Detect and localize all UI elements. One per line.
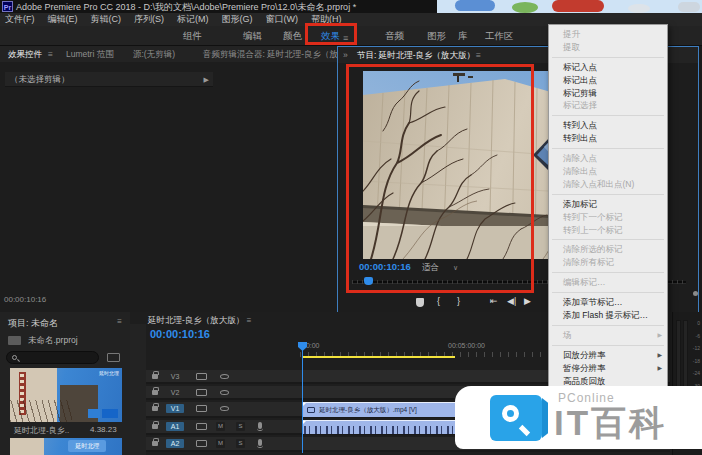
program-monitor-menu-icon[interactable]: ≡ <box>476 50 481 60</box>
lock-icon[interactable] <box>152 406 158 411</box>
menu-window[interactable]: 窗口(W) <box>266 13 299 26</box>
effect-controls-menu-icon[interactable]: ≡ <box>48 49 53 59</box>
context-menu-item[interactable]: 清除入点和出点(N) ▶ <box>549 178 667 191</box>
mute-button[interactable]: M <box>216 422 225 431</box>
project-file-name[interactable]: 未命名.prproj <box>28 335 78 347</box>
context-menu-item[interactable]: 添加 Flash 提示标记… ▶ <box>549 309 667 322</box>
solo-button[interactable]: S <box>236 422 245 431</box>
context-menu-item[interactable]: ▶ <box>549 322 667 329</box>
workspace-tab-audio[interactable]: 音频 <box>385 30 404 43</box>
menu-graphics[interactable]: 图形(G) <box>222 13 253 26</box>
source-track-icon[interactable] <box>196 373 207 380</box>
go-to-in-button[interactable]: ⇤ <box>490 296 498 306</box>
view-toggle-icon[interactable] <box>107 353 120 362</box>
add-marker-button[interactable] <box>416 298 424 307</box>
tab-audio-clip-mixer[interactable]: 音频剪辑混合器: 延时北理-良乡（放 <box>203 49 337 61</box>
timeline-timecode[interactable]: 00:00:10:16 <box>150 328 210 340</box>
eye-icon[interactable] <box>220 390 229 395</box>
context-menu-item[interactable]: ▶ <box>549 342 667 349</box>
context-menu-item[interactable]: ▶ <box>549 145 667 152</box>
desktop-icon <box>512 2 538 13</box>
menu-clip[interactable]: 剪辑(C) <box>91 13 122 26</box>
tab-program-monitor[interactable]: 节目: 延时北理-良乡（放大版） <box>357 50 475 63</box>
menu-sequence[interactable]: 序列(S) <box>134 13 164 26</box>
context-menu-item[interactable]: 添加章节标记… ▶ <box>549 296 667 309</box>
context-menu-item[interactable]: 转到出点 ▶ <box>549 132 667 145</box>
context-menu-item[interactable]: 清除出点 ▶ <box>549 165 667 178</box>
track-badge[interactable]: V2 <box>166 388 184 397</box>
context-menu-item[interactable]: 暂停分辨率 ▶ <box>549 362 667 375</box>
workspace-tab-libraries[interactable]: 库 <box>458 30 468 43</box>
project-search-input[interactable] <box>6 351 99 364</box>
tab-effect-controls[interactable]: 效果控件 <box>8 49 42 62</box>
submenu-arrow-icon: ▶ <box>657 349 662 362</box>
menu-marker[interactable]: 标记(M) <box>177 13 209 26</box>
monitor-overflow-icon[interactable]: » <box>343 50 348 60</box>
project-panel-menu-icon[interactable]: ≡ <box>117 317 122 326</box>
panel-arrow-icon[interactable]: ▶ <box>204 72 209 87</box>
lock-icon[interactable] <box>152 441 158 446</box>
play-button[interactable]: ▶ <box>524 296 531 306</box>
mute-button[interactable]: M <box>216 439 225 448</box>
context-menu-item[interactable]: 提取 ▶ <box>549 41 667 54</box>
track-badge[interactable]: V1 <box>166 404 184 413</box>
context-menu-item[interactable]: 标记剪辑 ▶ <box>549 87 667 100</box>
context-menu-item[interactable]: 场 ▶ <box>549 329 667 342</box>
menu-file[interactable]: 文件(F) <box>5 13 35 26</box>
workspace-tab-graphics[interactable]: 图形 <box>427 30 446 43</box>
context-menu-item[interactable]: ▶ <box>549 236 667 243</box>
context-menu-item[interactable]: 编辑标记… ▶ <box>549 276 667 289</box>
source-track-icon[interactable] <box>196 423 207 430</box>
clip-name-label[interactable]: 延时北理-良乡.. <box>14 425 69 436</box>
lock-icon[interactable] <box>152 424 158 429</box>
workspace-tab-assembly[interactable]: 组件 <box>183 30 202 43</box>
mark-in-button[interactable]: { <box>437 296 440 306</box>
context-menu-item[interactable]: ▶ <box>549 289 667 296</box>
context-menu-item[interactable]: 提升 ▶ <box>549 28 667 41</box>
source-track-icon[interactable] <box>196 405 207 412</box>
timeline-playhead-line[interactable] <box>302 350 303 453</box>
mic-icon[interactable] <box>258 439 262 446</box>
context-menu-item[interactable]: 标记入点 ▶ <box>549 61 667 74</box>
workspace-tab-workspaces[interactable]: 工作区 <box>485 30 514 43</box>
context-menu-item[interactable]: 转到下一个标记 ▶ <box>549 211 667 224</box>
solo-button[interactable]: S <box>236 439 245 448</box>
workspace-tab-editing[interactable]: 编辑 <box>243 30 262 43</box>
context-menu-item[interactable]: 回放分辨率 ▶ <box>549 349 667 362</box>
clip-thumbnail-2[interactable]: 延时北理 <box>10 438 122 455</box>
workspace-tab-color[interactable]: 颜色 <box>283 30 302 43</box>
context-menu-item[interactable]: ▶ <box>549 191 667 198</box>
step-back-button[interactable]: ◀| <box>507 296 516 306</box>
context-menu-item[interactable]: ▶ <box>549 112 667 119</box>
mark-out-button[interactable]: } <box>457 296 460 306</box>
source-track-icon[interactable] <box>196 389 207 396</box>
track-badge[interactable]: V3 <box>166 372 184 381</box>
audio-clip[interactable] <box>302 420 455 434</box>
context-menu-item[interactable]: ▶ <box>549 269 667 276</box>
tab-lumetri-scopes[interactable]: Lumetri 范围 <box>66 49 114 61</box>
eye-icon[interactable] <box>220 406 229 411</box>
source-track-icon[interactable] <box>196 440 207 447</box>
menu-edit[interactable]: 编辑(E) <box>48 13 78 26</box>
context-menu-item[interactable]: 转到上一个标记 ▶ <box>549 224 667 237</box>
context-menu-item[interactable]: 清除所有标记 ▶ <box>549 256 667 269</box>
tab-source-monitor[interactable]: 源:(无剪辑) <box>133 49 175 61</box>
context-menu-item[interactable]: 转到入点 ▶ <box>549 119 667 132</box>
context-menu-item[interactable]: 添加标记 ▶ <box>549 198 667 211</box>
clip-thumbnail-1[interactable]: 延时北理 <box>10 368 122 422</box>
track-badge[interactable]: A2 <box>166 439 184 448</box>
context-menu-item[interactable]: 标记选择 ▶ <box>549 99 667 112</box>
eye-icon[interactable] <box>220 374 229 379</box>
mic-icon[interactable] <box>258 422 262 429</box>
context-menu-item[interactable]: 清除入点 ▶ <box>549 152 667 165</box>
lock-icon[interactable] <box>152 374 158 379</box>
context-menu-item[interactable]: 清除所选的标记 ▶ <box>549 243 667 256</box>
project-panel-title[interactable]: 项目: 未命名 <box>8 317 58 330</box>
lock-icon[interactable] <box>152 390 158 395</box>
timeline-menu-icon[interactable]: ≡ <box>247 316 252 325</box>
track-badge[interactable]: A1 <box>166 422 184 431</box>
context-menu-item[interactable]: 标记出点 ▶ <box>549 74 667 87</box>
timeline-sequence-tab[interactable]: 延时北理-良乡（放大版） ≡ <box>148 315 251 327</box>
context-menu-item[interactable]: ▶ <box>549 54 667 61</box>
video-clip[interactable]: 延时北理-良乡（放大版）.mp4 [V] <box>302 402 455 417</box>
